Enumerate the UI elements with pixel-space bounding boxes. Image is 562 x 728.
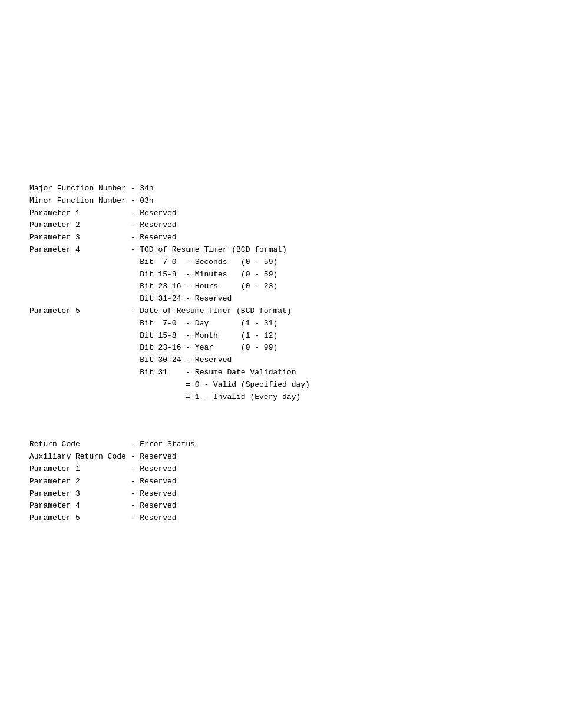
section2-block: Return Code - Error StatusAuxiliary Retu… (29, 439, 533, 525)
section1-line-16: = 0 - Valid (Specified day) (29, 379, 533, 391)
section1-line-0: Major Function Number - 34h (29, 183, 533, 195)
section1-line-10: Parameter 5 - Date of Resume Timer (BCD … (29, 305, 533, 318)
section1-line-15: Bit 31 - Resume Date Validation (29, 367, 533, 379)
section1-line-6: Bit 7-0 - Seconds (0 - 59) (29, 256, 533, 269)
section-separator (29, 421, 533, 439)
section2-line-0: Return Code - Error Status (29, 439, 533, 451)
section1-line-17: = 1 - Invalid (Every day) (29, 391, 533, 404)
section1-line-1: Minor Function Number - 03h (29, 195, 533, 207)
section2-line-4: Parameter 3 - Reserved (29, 488, 533, 500)
section2-line-2: Parameter 1 - Reserved (29, 463, 533, 476)
section2-line-5: Parameter 4 - Reserved (29, 500, 533, 512)
section2-line-3: Parameter 2 - Reserved (29, 476, 533, 488)
section1-block: Major Function Number - 34hMinor Functio… (29, 183, 533, 403)
section1-line-8: Bit 23-16 - Hours (0 - 23) (29, 281, 533, 293)
section1-line-13: Bit 23-16 - Year (0 - 99) (29, 342, 533, 354)
section1-line-2: Parameter 1 - Reserved (29, 207, 533, 220)
section1-line-9: Bit 31-24 - Reserved (29, 293, 533, 305)
section2-line-6: Parameter 5 - Reserved (29, 512, 533, 525)
section2-line-1: Auxiliary Return Code - Reserved (29, 451, 533, 463)
section1-line-12: Bit 15-8 - Month (1 - 12) (29, 330, 533, 342)
section1-line-5: Parameter 4 - TOD of Resume Timer (BCD f… (29, 244, 533, 256)
section1-line-7: Bit 15-8 - Minutes (0 - 59) (29, 269, 533, 281)
section1-line-14: Bit 30-24 - Reserved (29, 354, 533, 367)
section1-line-11: Bit 7-0 - Day (1 - 31) (29, 318, 533, 330)
section1-line-4: Parameter 3 - Reserved (29, 232, 533, 244)
section1-line-3: Parameter 2 - Reserved (29, 219, 533, 232)
main-content: Major Function Number - 34hMinor Functio… (29, 183, 533, 525)
